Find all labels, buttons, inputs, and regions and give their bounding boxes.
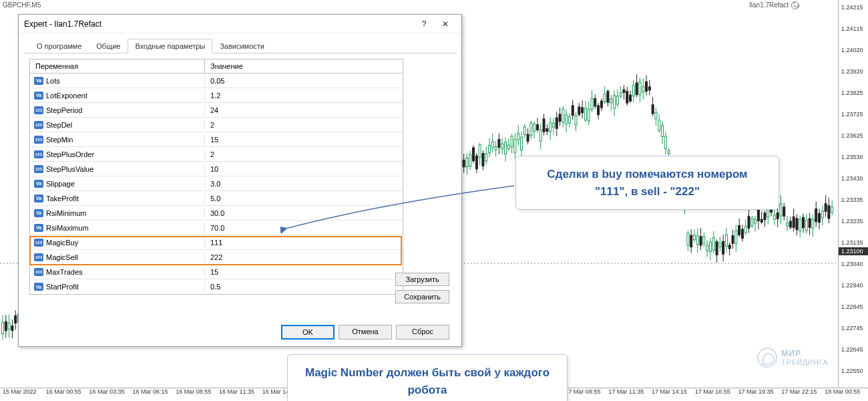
svg-rect-411 [658, 120, 660, 131]
param-row[interactable]: 123MagicSell222 [30, 250, 403, 265]
tab-1[interactable]: Общие [89, 39, 128, 53]
param-name: StepMin [46, 136, 73, 144]
svg-rect-477 [764, 213, 766, 220]
svg-rect-377 [604, 94, 606, 102]
dialog-title: Expert - Ilan1.7Refact [24, 19, 413, 29]
svg-rect-453 [725, 235, 727, 247]
price-tick: 1.24020 [841, 47, 863, 53]
param-value[interactable]: 1.2 [205, 90, 403, 101]
param-row[interactable]: VaRsiMinimum30.0 [30, 206, 403, 221]
param-value[interactable]: 15 [205, 267, 403, 277]
param-row[interactable]: 123MaxTrades15 [30, 265, 403, 279]
tab-3[interactable]: Зависимости [212, 39, 272, 53]
param-value[interactable]: 15 [205, 134, 403, 145]
load-button[interactable]: Загрузить [395, 273, 449, 286]
svg-rect-291 [466, 158, 468, 166]
help-button[interactable]: ? [413, 16, 435, 32]
var-icon: Va [34, 224, 43, 232]
smiley-icon [791, 1, 799, 9]
svg-rect-317 [507, 145, 509, 149]
param-row[interactable]: 123StepPlusOrder2 [30, 147, 403, 162]
param-name: Slippage [46, 180, 75, 188]
param-row[interactable]: VaRsiMaximum70.0 [30, 221, 403, 235]
param-value[interactable]: 10 [205, 164, 403, 174]
param-value[interactable]: 24 [205, 105, 403, 116]
svg-rect-507 [812, 219, 814, 228]
price-tick: 1.23725 [841, 111, 863, 118]
param-value[interactable]: 2 [205, 120, 403, 130]
time-tick: 17 Mar 22:15 [781, 388, 825, 401]
svg-rect-339 [543, 119, 545, 132]
chart-symbol-label: GBPCHF,M5 [3, 1, 41, 9]
param-row[interactable]: VaStartProfit0.5 [30, 279, 403, 294]
time-tick: 16 Mar 00:55 [46, 388, 89, 401]
param-value[interactable]: 0.05 [205, 76, 403, 86]
svg-rect-403 [646, 82, 648, 92]
dialog-titlebar[interactable]: Expert - Ilan1.7Refact ? ✕ [19, 15, 461, 33]
param-row[interactable]: VaLotExponent1.2 [30, 88, 403, 103]
int-icon: 123 [34, 106, 43, 114]
param-row[interactable]: 123MagicBuy111 [30, 235, 403, 250]
svg-rect-313 [501, 144, 503, 149]
svg-rect-463 [741, 229, 743, 239]
param-row[interactable]: VaTakeProfit5.0 [30, 191, 403, 206]
svg-rect-343 [550, 123, 552, 132]
column-value-header[interactable]: Значение [205, 59, 403, 73]
param-value[interactable]: 0.5 [205, 281, 403, 292]
int-icon: 123 [34, 150, 43, 158]
svg-rect-303 [485, 154, 487, 161]
price-tick: 1.23135 [841, 239, 863, 246]
tab-2[interactable]: Входные параметры [128, 39, 212, 53]
svg-rect-505 [809, 219, 811, 227]
save-button[interactable]: Сохранить [395, 290, 449, 303]
svg-rect-329 [527, 134, 529, 141]
svg-rect-495 [793, 217, 795, 227]
param-row[interactable]: 123StepPlusValue10 [30, 162, 403, 176]
svg-rect-301 [482, 153, 484, 166]
close-button[interactable]: ✕ [435, 16, 456, 32]
svg-rect-357 [572, 106, 574, 116]
param-row[interactable]: 123StepMin15 [30, 132, 403, 147]
svg-rect-349 [559, 114, 561, 122]
column-variable-header[interactable]: Переменная [30, 59, 205, 73]
ok-button[interactable]: OK [281, 325, 335, 340]
price-tick: 1.23430 [841, 175, 863, 182]
time-tick: 17 Mar 08:55 [565, 388, 608, 401]
param-value[interactable]: 2 [205, 149, 403, 160]
svg-rect-369 [591, 98, 593, 110]
param-row[interactable]: 123StepPeriod24 [30, 103, 403, 118]
svg-rect-513 [821, 211, 823, 218]
reset-button[interactable]: Сброс [396, 325, 449, 340]
svg-rect-447 [716, 242, 718, 255]
var-icon: Va [34, 92, 43, 100]
param-value[interactable]: 5.0 [205, 193, 403, 204]
param-value[interactable]: 222 [205, 252, 403, 263]
svg-rect-307 [491, 142, 493, 148]
param-name: MagicSell [46, 253, 78, 261]
cancel-button[interactable]: Отмена [339, 325, 392, 340]
param-value[interactable]: 70.0 [205, 223, 403, 233]
svg-rect-395 [632, 85, 634, 96]
price-tick: 1.22845 [841, 303, 863, 310]
svg-rect-363 [582, 108, 584, 113]
param-row[interactable]: VaSlippage3.0 [30, 176, 403, 191]
svg-rect-431 [690, 235, 692, 247]
param-value[interactable]: 3.0 [205, 178, 403, 189]
tab-0[interactable]: О программе [29, 39, 89, 53]
param-name: MaxTrades [46, 268, 83, 276]
param-value[interactable]: 111 [205, 237, 403, 248]
time-tick: 16 Mar 03:35 [89, 388, 133, 401]
time-tick: 16 Mar 08:55 [176, 388, 219, 401]
parameters-grid[interactable]: Переменная Значение VaLots0.05VaLotExpon… [29, 59, 403, 295]
var-icon: Va [34, 77, 43, 85]
price-tick: 1.22745 [841, 325, 863, 331]
svg-rect-413 [662, 125, 664, 136]
svg-rect-489 [783, 207, 785, 217]
svg-rect-5 [8, 323, 10, 329]
param-row[interactable]: 123StepDel2 [30, 118, 403, 132]
svg-rect-487 [780, 204, 782, 216]
param-row[interactable]: VaLots0.05 [30, 74, 403, 88]
svg-rect-459 [735, 231, 737, 243]
svg-rect-389 [623, 90, 625, 92]
param-value[interactable]: 30.0 [205, 208, 403, 219]
